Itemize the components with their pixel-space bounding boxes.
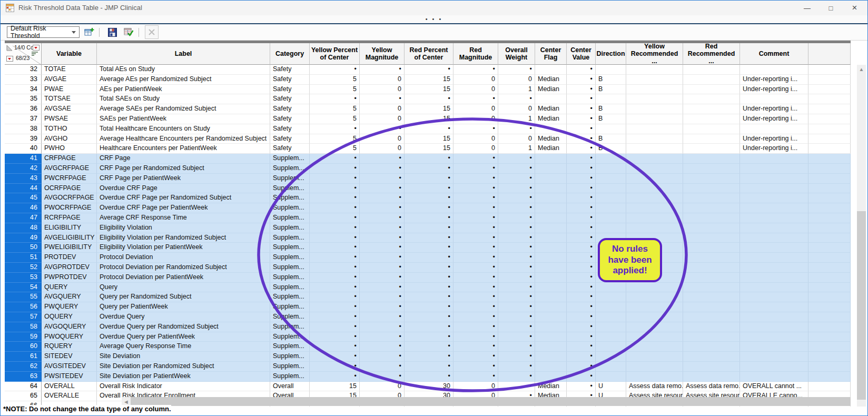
cell-yr[interactable] xyxy=(626,322,683,332)
cell-ym[interactable]: • xyxy=(360,372,405,382)
cell-rr[interactable] xyxy=(683,342,740,352)
table-corner-panel[interactable]: 14/0 Cols 68/23 xyxy=(5,43,42,65)
cell-cm[interactable] xyxy=(740,273,808,283)
cell-yr[interactable] xyxy=(626,213,683,223)
cell-ym[interactable]: • xyxy=(360,184,405,194)
cell-rr[interactable] xyxy=(683,114,740,124)
cell-category[interactable]: Supplem... xyxy=(270,154,310,164)
cell-variable[interactable]: AVGSITEDEV xyxy=(42,362,97,372)
cell-ym[interactable]: • xyxy=(360,94,405,104)
cell-variable[interactable]: PWHO xyxy=(42,144,97,154)
row-number[interactable]: 54 xyxy=(5,283,42,293)
row-number[interactable]: 58 xyxy=(5,322,42,332)
cell-rp[interactable]: • xyxy=(405,203,453,213)
cell-yr[interactable] xyxy=(626,312,683,322)
cell-category[interactable]: Supplem... xyxy=(270,342,310,352)
cell-cv[interactable]: • xyxy=(567,362,596,372)
cell-w[interactable]: • xyxy=(498,184,535,194)
cell-yp[interactable]: • xyxy=(310,332,360,342)
cell-empty[interactable] xyxy=(808,114,851,124)
cell-label[interactable]: Eligibility Violation per Randomized Sub… xyxy=(97,233,270,243)
cell-yr[interactable] xyxy=(626,203,683,213)
cell-dir[interactable] xyxy=(596,352,626,362)
cell-rp[interactable]: • xyxy=(405,263,453,273)
cell-empty[interactable] xyxy=(808,362,851,372)
cell-ym[interactable]: • xyxy=(360,273,405,283)
cell-label[interactable]: Average CRF Response Time xyxy=(97,213,270,223)
cell-label[interactable]: Total Healthcare Encounters on Study xyxy=(97,124,270,134)
cell-cv[interactable]: • xyxy=(567,382,596,392)
cell-label[interactable]: Query per PatientWeek xyxy=(97,302,270,312)
row-number[interactable]: 41 xyxy=(5,154,42,164)
cell-ym[interactable]: • xyxy=(360,352,405,362)
cell-variable[interactable]: OQUERY xyxy=(42,312,97,322)
row-number[interactable]: 35 xyxy=(5,94,42,104)
cell-yr[interactable] xyxy=(626,144,683,154)
cell-cm[interactable] xyxy=(740,164,808,174)
cell-rp[interactable]: • xyxy=(405,322,453,332)
cell-rr[interactable] xyxy=(683,174,740,184)
cell-dir[interactable] xyxy=(596,223,626,233)
cell-variable[interactable]: RQUERY xyxy=(42,342,97,352)
cell-rr[interactable] xyxy=(683,85,740,95)
cell-category[interactable]: Safety xyxy=(270,144,310,154)
cell-cv[interactable]: • xyxy=(567,75,596,85)
cell-dir[interactable]: B xyxy=(596,75,626,85)
cell-variable[interactable]: PWAE xyxy=(42,85,97,95)
horizontal-scrollbar-thumb[interactable] xyxy=(131,397,851,406)
cell-cv[interactable]: • xyxy=(567,184,596,194)
row-number[interactable]: 32 xyxy=(5,65,42,75)
cell-label[interactable]: Query xyxy=(97,283,270,293)
cell-label[interactable]: Eligibility Violation per PatientWeek xyxy=(97,243,270,253)
column-header-rm[interactable]: Red Magnitude xyxy=(453,43,498,65)
rows-menu-button[interactable] xyxy=(6,56,13,62)
row-number[interactable]: 33 xyxy=(5,75,42,85)
cell-rr[interactable] xyxy=(683,362,740,372)
cell-category[interactable]: Supplem... xyxy=(270,193,310,203)
cell-rr[interactable] xyxy=(683,253,740,263)
cell-cf[interactable] xyxy=(535,302,567,312)
cell-rm[interactable]: • xyxy=(453,203,498,213)
cell-empty[interactable] xyxy=(808,223,851,233)
cell-empty[interactable] xyxy=(808,164,851,174)
cell-rp[interactable]: • xyxy=(405,292,453,302)
cell-yr[interactable] xyxy=(626,85,683,95)
column-header-label[interactable]: Label xyxy=(97,43,270,65)
save-risk-threshold-button[interactable] xyxy=(105,25,119,39)
cell-yr[interactable] xyxy=(626,342,683,352)
cell-rm[interactable]: • xyxy=(453,65,498,75)
cell-empty[interactable] xyxy=(808,213,851,223)
cell-ym[interactable]: 0 xyxy=(360,144,405,154)
column-header-cf[interactable]: Center Flag xyxy=(535,43,567,65)
cell-rm[interactable]: • xyxy=(453,292,498,302)
cell-variable[interactable]: PWQUERY xyxy=(42,302,97,312)
cell-yr[interactable] xyxy=(626,302,683,312)
cell-label[interactable]: Query per Randomized Subject xyxy=(97,292,270,302)
cell-label[interactable]: Protocol Deviation per PatientWeek xyxy=(97,273,270,283)
cell-rr[interactable] xyxy=(683,184,740,194)
cell-cm[interactable] xyxy=(740,352,808,362)
cell-empty[interactable] xyxy=(808,203,851,213)
cell-w[interactable]: • xyxy=(498,154,535,164)
cell-rp[interactable]: 15 xyxy=(405,75,453,85)
cell-w[interactable]: • xyxy=(498,362,535,372)
cell-cm[interactable] xyxy=(740,154,808,164)
cell-rm[interactable]: • xyxy=(453,352,498,362)
cell-rm[interactable]: • xyxy=(453,174,498,184)
cell-w[interactable]: • xyxy=(498,203,535,213)
cell-rr[interactable] xyxy=(683,273,740,283)
cell-category[interactable]: Supplem... xyxy=(270,223,310,233)
cell-dir[interactable]: B xyxy=(596,85,626,95)
cell-rm[interactable]: • xyxy=(453,273,498,283)
cell-cf[interactable] xyxy=(535,243,567,253)
cell-cv[interactable]: • xyxy=(567,263,596,273)
cell-variable[interactable]: TOTHO xyxy=(42,124,97,134)
cell-category[interactable]: Supplem... xyxy=(270,164,310,174)
risk-threshold-select[interactable]: Default Risk Threshold xyxy=(7,26,80,38)
cell-yp[interactable]: • xyxy=(310,283,360,293)
cell-yp[interactable]: 5 xyxy=(310,144,360,154)
row-number[interactable]: 65 xyxy=(5,391,42,401)
cell-variable[interactable]: AVGSAE xyxy=(42,104,97,114)
cell-category[interactable]: Safety xyxy=(270,114,310,124)
cell-cm[interactable]: Under-reporting i... xyxy=(740,104,808,114)
